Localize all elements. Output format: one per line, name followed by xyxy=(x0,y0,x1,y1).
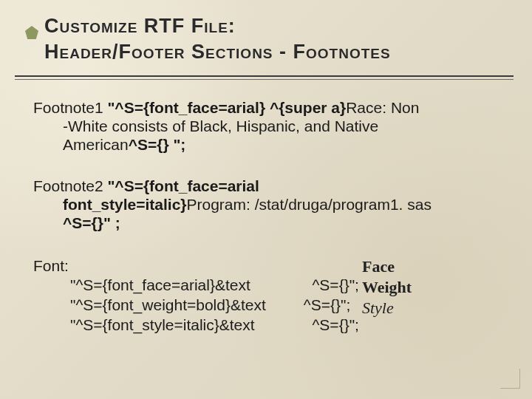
footnote2-tail: ^S={}" ; xyxy=(63,214,120,231)
divider-thin xyxy=(15,79,514,80)
font-row-1: "^S={font_weight=bold}&text ^S={}"; xyxy=(70,296,359,316)
font-row-0-suffix: ^S={}"; xyxy=(299,276,359,296)
title-line-1: Customize RTF File: xyxy=(44,15,236,37)
font-rows: "^S={font_face=arial}&text ^S={}"; "^S={… xyxy=(33,276,359,335)
font-row-1-suffix: ^S={}"; xyxy=(299,296,350,316)
font-label-column: Face Weight Style xyxy=(359,256,412,318)
footnote1-code: "^S={font_face=arial} ^{super a} xyxy=(107,99,346,116)
title-line-2: Header/Footer Sections - Footnotes xyxy=(44,41,391,63)
footnote2-code-l1: "^S={font_face=arial xyxy=(107,177,259,194)
footnote2-code-l2: font_style=italic} xyxy=(63,196,186,213)
font-row-2-code: "^S={font_style=italic}&text xyxy=(70,316,299,335)
footnote1-line2: -White consists of Black, Hispanic, and … xyxy=(33,117,500,136)
title-divider xyxy=(15,75,514,80)
footnote1-tail: ^S={} "; xyxy=(129,136,186,153)
font-row-0: "^S={font_face=arial}&text ^S={}"; xyxy=(70,276,359,296)
footnote-2: Footnote2 "^S={font_face=arial font_styl… xyxy=(33,177,500,232)
footnote2-label: Footnote2 xyxy=(33,177,107,194)
slide-title: Customize RTF File: Header/Footer Sectio… xyxy=(44,13,505,65)
font-row-2: "^S={font_style=italic}&text ^S={}"; xyxy=(70,316,359,335)
title-bullet-icon xyxy=(25,26,38,39)
font-row-1-code: "^S={font_weight=bold}&text xyxy=(70,296,299,316)
font-section: Font: "^S={font_face=arial}&text ^S={}";… xyxy=(33,256,500,336)
divider-thick xyxy=(15,75,514,77)
footnote-1: Footnote1 "^S={font_face=arial} ^{super … xyxy=(33,99,500,154)
font-label-face: Face xyxy=(362,256,412,277)
corner-decoration-icon xyxy=(500,369,520,389)
font-heading: Font: xyxy=(33,256,359,276)
footnote1-line3: American^S={} "; xyxy=(33,136,500,154)
footnote1-line3-text: American xyxy=(63,136,129,153)
font-left-column: Font: "^S={font_face=arial}&text ^S={}";… xyxy=(33,256,359,336)
slide-body: Footnote1 "^S={font_face=arial} ^{super … xyxy=(33,99,500,335)
font-row-0-code: "^S={font_face=arial}&text xyxy=(70,276,299,296)
title-block: Customize RTF File: Header/Footer Sectio… xyxy=(44,13,505,65)
slide: Customize RTF File: Header/Footer Sectio… xyxy=(0,0,532,399)
footnote1-label: Footnote1 xyxy=(33,99,107,116)
footnote2-line2: font_style=italic}Program: /stat/druga/p… xyxy=(33,196,500,214)
footnote2-line3: ^S={}" ; xyxy=(33,214,500,233)
font-row-2-suffix: ^S={}"; xyxy=(299,316,359,335)
font-label-weight: Weight xyxy=(362,277,412,298)
font-label-style: Style xyxy=(362,298,412,318)
footnote2-rest: Program: /stat/druga/program1. sas xyxy=(186,196,431,213)
footnote1-rest1: Race: Non xyxy=(346,99,419,116)
